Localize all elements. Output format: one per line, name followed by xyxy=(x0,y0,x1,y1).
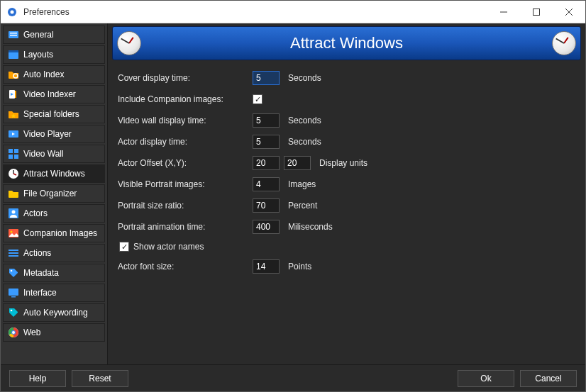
sidebar-item-web[interactable]: Web xyxy=(3,323,105,342)
sidebar-item-videowall[interactable]: Video Wall xyxy=(3,145,105,163)
svg-rect-33 xyxy=(11,296,16,298)
label-portrait-anim: Portrait animation time: xyxy=(118,222,253,232)
cancel-button[interactable]: Cancel xyxy=(520,370,577,387)
sidebar-item-companion[interactable]: Companion Images xyxy=(3,224,105,242)
sidebar-item-label: Layouts xyxy=(23,50,53,60)
preferences-window: Preferences General Layouts Auto Index V… xyxy=(0,0,586,392)
settings-form: Cover display time: Seconds Include Comp… xyxy=(111,67,582,277)
input-actor-offset-x[interactable] xyxy=(253,156,280,170)
svg-rect-19 xyxy=(9,155,13,159)
sidebar-item-label: Web xyxy=(23,327,40,337)
svg-rect-20 xyxy=(14,155,18,159)
clock-ornament-icon xyxy=(117,31,141,55)
label-visible-portrait: Visible Portrait images: xyxy=(118,179,253,189)
sidebar-item-fileorganizer[interactable]: File Organizer xyxy=(3,184,105,203)
row-video-wall-display-time: Video wall display time: Seconds xyxy=(118,110,575,131)
sidebar-item-videoindexer[interactable]: Video Indexer xyxy=(3,85,105,103)
sidebar-item-specialfolders[interactable]: Special folders xyxy=(3,105,105,123)
videoplayer-icon xyxy=(8,128,19,140)
row-actor-font-size: Actor font size: Points xyxy=(118,256,575,277)
maximize-button[interactable] xyxy=(520,1,553,23)
svg-rect-17 xyxy=(9,149,13,153)
row-actor-display-time: Actor display time: Seconds xyxy=(118,131,575,152)
unit-seconds: Seconds xyxy=(288,73,321,83)
unit-seconds: Seconds xyxy=(288,116,321,125)
input-video-wall-display-time[interactable] xyxy=(253,113,280,128)
sidebar-item-label: Interface xyxy=(23,288,57,298)
label-actor-offset: Actor Offset (X,Y): xyxy=(118,158,253,168)
page-title: Attract Windows xyxy=(290,34,403,52)
footer: Help Reset Ok Cancel xyxy=(1,364,585,391)
row-include-companion: Include Companion images: xyxy=(118,89,575,110)
reset-button[interactable]: Reset xyxy=(72,370,128,387)
row-cover-display-time: Cover display time: Seconds xyxy=(118,67,575,89)
checkbox-show-actor-names[interactable] xyxy=(119,242,129,252)
input-portrait-anim[interactable] xyxy=(253,220,280,234)
input-portrait-ratio[interactable] xyxy=(253,198,280,213)
sidebar-item-attractwindows[interactable]: Attract Windows xyxy=(3,164,105,183)
row-visible-portrait: Visible Portrait images: Images xyxy=(118,174,575,195)
unit-display-units: Display units xyxy=(319,158,367,168)
ok-button[interactable]: Ok xyxy=(458,370,514,387)
input-actor-display-time[interactable] xyxy=(253,135,280,149)
clock-icon xyxy=(8,168,19,179)
clock-ornament-icon xyxy=(552,31,576,55)
input-actor-offset-y[interactable] xyxy=(284,156,311,170)
label-actor-display-time: Actor display time: xyxy=(118,137,253,147)
svg-point-34 xyxy=(11,310,13,312)
companion-icon xyxy=(8,228,19,239)
autoindex-icon xyxy=(8,69,19,80)
general-icon xyxy=(8,29,19,40)
sidebar-item-label: Video Wall xyxy=(23,149,64,159)
sidebar-item-label: Actors xyxy=(23,208,48,218)
sidebar-item-label: Companion Images xyxy=(23,228,97,238)
interface-icon xyxy=(8,287,19,298)
sidebar-item-layouts[interactable]: Layouts xyxy=(3,45,105,64)
unit-seconds: Seconds xyxy=(288,137,321,147)
input-actor-font-size[interactable] xyxy=(253,259,280,274)
fileorganizer-icon xyxy=(8,188,19,199)
videoindexer-icon xyxy=(8,89,19,100)
close-button[interactable] xyxy=(553,1,585,23)
content-panel: Attract Windows Cover display time: Seco… xyxy=(107,23,585,364)
sidebar-item-metadata[interactable]: Metadata xyxy=(3,264,105,282)
help-button[interactable]: Help xyxy=(9,370,66,387)
label-show-actor-names: Show actor names xyxy=(133,242,204,252)
minimize-button[interactable] xyxy=(487,1,520,23)
actors-icon xyxy=(8,208,19,219)
sidebar-item-actions[interactable]: Actions xyxy=(3,244,105,262)
sidebar-item-autoindex[interactable]: Auto Index xyxy=(3,65,105,84)
label-portrait-ratio: Portrait size ratio: xyxy=(118,201,253,211)
svg-rect-32 xyxy=(9,289,18,296)
unit-ms: Miliseconds xyxy=(288,222,333,232)
checkbox-include-companion[interactable] xyxy=(253,94,262,104)
svg-point-27 xyxy=(11,231,13,233)
actions-icon xyxy=(8,247,19,259)
sidebar-item-label: Actions xyxy=(23,248,51,258)
sidebar-item-label: Video Player xyxy=(23,129,72,139)
sidebar-item-videoplayer[interactable]: Video Player xyxy=(3,125,105,143)
svg-rect-18 xyxy=(14,149,18,153)
sidebar-item-label: General xyxy=(23,30,54,40)
svg-rect-10 xyxy=(9,50,18,52)
sidebar-item-autokeywording[interactable]: Auto Keywording xyxy=(3,303,105,322)
svg-rect-28 xyxy=(9,250,18,251)
specialfolders-icon xyxy=(8,108,19,120)
sidebar-item-label: Metadata xyxy=(23,268,59,278)
svg-point-1 xyxy=(11,10,14,13)
row-portrait-anim: Portrait animation time: Miliseconds xyxy=(118,216,575,237)
sidebar-item-interface[interactable]: Interface xyxy=(3,284,105,302)
svg-rect-3 xyxy=(534,9,540,15)
input-visible-portrait[interactable] xyxy=(253,177,280,191)
layouts-icon xyxy=(8,49,19,60)
metadata-icon xyxy=(8,267,19,279)
svg-point-31 xyxy=(11,270,13,272)
input-cover-display-time[interactable] xyxy=(253,71,280,85)
sidebar-item-actors[interactable]: Actors xyxy=(3,204,105,223)
titlebar: Preferences xyxy=(1,1,585,23)
app-icon xyxy=(6,6,18,18)
videowall-icon xyxy=(8,148,19,159)
sidebar-item-general[interactable]: General xyxy=(3,26,105,44)
label-video-wall-display-time: Video wall display time: xyxy=(118,116,253,125)
sidebar: General Layouts Auto Index Video Indexer… xyxy=(1,23,107,364)
